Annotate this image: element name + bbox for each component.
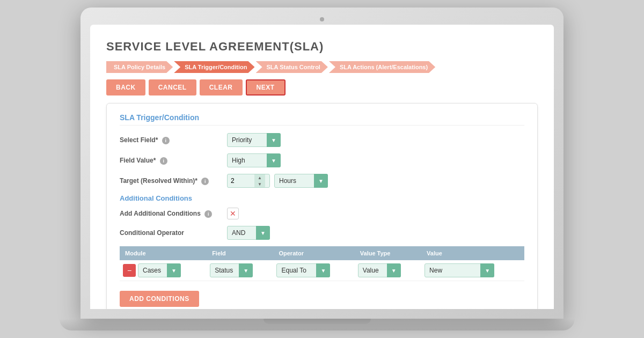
spinner-up[interactable]: ▲ — [254, 174, 265, 181]
select-field-info-icon[interactable]: i — [162, 137, 170, 144]
field-value-row: Field Value* i High ▼ — [120, 153, 524, 167]
form-card: SLA Trigger/Condition Select Field* i Pr… — [106, 103, 538, 309]
conditional-operator-row: Conditional Operator AND OR ▼ — [120, 226, 524, 240]
number-spinners: ▲ ▼ — [254, 174, 265, 187]
select-field-row: Select Field* i Priority ▼ — [120, 133, 524, 147]
row-operator-cell: Equal To ▼ — [273, 260, 354, 281]
conditional-operator-dropdown[interactable]: AND OR — [227, 226, 270, 240]
conditional-operator-wrap: AND OR ▼ — [227, 226, 270, 240]
add-additional-info-icon[interactable]: i — [204, 210, 212, 218]
step-trigger-condition[interactable]: SLA Trigger/Condition — [174, 61, 254, 73]
target-row: Target (Resolved Within)* i ▲ ▼ Hours — [120, 174, 524, 188]
value-type-dropdown[interactable]: Value — [358, 263, 401, 277]
laptop-base — [60, 319, 575, 330]
field-dropdown[interactable]: Status — [210, 263, 253, 277]
select-field-dropdown[interactable]: Priority — [227, 133, 281, 147]
module-dropdown[interactable]: Cases — [138, 263, 181, 277]
remove-row-button[interactable]: − — [123, 264, 136, 277]
col-value-type: Value Type — [355, 246, 421, 260]
target-info-icon[interactable]: i — [201, 178, 209, 185]
field-value-dropdown[interactable]: High — [227, 153, 281, 167]
back-button[interactable]: BACK — [106, 79, 145, 95]
target-label: Target (Resolved Within)* i — [120, 177, 227, 185]
select-field-label: Select Field* i — [120, 136, 227, 144]
section-title: SLA Trigger/Condition — [120, 113, 524, 126]
field-value-info-icon[interactable]: i — [160, 157, 167, 165]
add-additional-row: Add Additional Conditions i ✕ — [120, 208, 524, 219]
spinner-down[interactable]: ▼ — [254, 181, 265, 187]
step-actions[interactable]: SLA Actions (Alert/Escalations) — [329, 61, 435, 73]
laptop-camera — [320, 17, 324, 21]
stepper: SLA Policy Details SLA Trigger/Condition… — [106, 61, 538, 73]
value-dropdown[interactable]: New — [425, 263, 494, 277]
module-select-wrap: Cases ▼ — [138, 263, 181, 277]
row-value-cell: New ▼ — [421, 260, 524, 281]
target-unit-dropdown[interactable]: Hours Minutes Days — [274, 174, 328, 188]
add-additional-label: Add Additional Conditions i — [120, 210, 227, 218]
target-unit-wrap: Hours Minutes Days ▼ — [274, 174, 328, 188]
table-row: − Cases ▼ — [120, 260, 524, 281]
clear-button[interactable]: CLEAR — [200, 79, 243, 95]
operator-dropdown[interactable]: Equal To — [276, 263, 330, 277]
select-field-wrap: Priority ▼ — [227, 133, 281, 147]
field-value-wrap: High ▼ — [227, 153, 281, 167]
target-number-wrap: ▲ ▼ — [227, 174, 270, 188]
col-value: Value — [421, 246, 524, 260]
field-value-label: Field Value* i — [120, 157, 227, 165]
conditions-table: Module Field Operator Value Type Value − — [120, 246, 524, 281]
value-type-select-wrap: Value ▼ — [358, 263, 401, 277]
col-operator: Operator — [273, 246, 354, 260]
next-button[interactable]: NEXT — [246, 79, 286, 95]
step-policy-details[interactable]: SLA Policy Details — [106, 61, 173, 73]
step-status-control[interactable]: SLA Status Control — [256, 61, 328, 73]
col-field: Field — [207, 246, 273, 260]
add-additional-checkbox[interactable]: ✕ — [227, 208, 239, 219]
operator-select-wrap: Equal To ▼ — [276, 263, 330, 277]
value-select-wrap: New ▼ — [425, 263, 494, 277]
field-select-wrap: Status ▼ — [210, 263, 253, 277]
row-module-cell: − Cases ▼ — [120, 260, 207, 281]
cancel-button[interactable]: CANCEL — [149, 79, 196, 95]
col-module: Module — [120, 246, 207, 260]
add-conditions-button[interactable]: ADD CONDITIONS — [120, 291, 199, 307]
page-title: SERVICE LEVEL AGREEMENT(SLA) — [106, 40, 538, 54]
conditional-operator-label: Conditional Operator — [120, 229, 227, 237]
laptop-base-notch — [264, 319, 371, 324]
additional-section-title: Additional Conditions — [120, 194, 524, 202]
row-value-type-cell: Value ▼ — [355, 260, 421, 281]
toolbar: BACK CANCEL CLEAR NEXT — [106, 79, 538, 95]
row-field-cell: Status ▼ — [207, 260, 273, 281]
target-number-input[interactable] — [228, 174, 254, 187]
